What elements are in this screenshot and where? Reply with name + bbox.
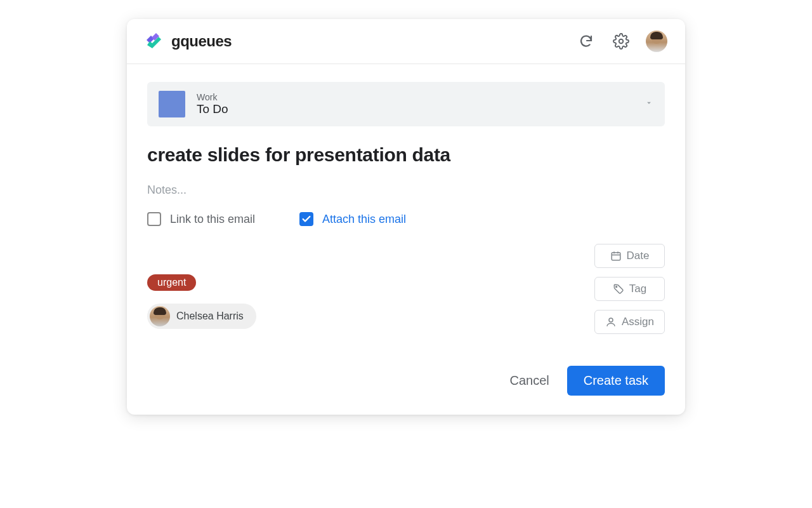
link-email-label: Link to this email <box>170 213 255 226</box>
notes-input[interactable]: Notes... <box>147 184 665 197</box>
assignee-chip[interactable]: Chelsea Harris <box>147 304 256 329</box>
create-task-button[interactable]: Create task <box>567 366 665 396</box>
person-icon <box>605 316 617 328</box>
cancel-button[interactable]: Cancel <box>509 373 549 388</box>
queue-selector[interactable]: Work To Do <box>147 82 665 126</box>
refresh-icon <box>579 34 594 49</box>
tag-button-label: Tag <box>629 283 646 295</box>
queue-name: To Do <box>197 102 228 116</box>
dialog-body: Work To Do create slides for presentatio… <box>127 64 685 347</box>
date-button[interactable]: Date <box>594 244 665 268</box>
svg-point-5 <box>615 286 617 288</box>
link-email-option[interactable]: Link to this email <box>147 212 255 226</box>
assign-button[interactable]: Assign <box>594 310 665 334</box>
queue-color-swatch <box>159 91 185 117</box>
svg-point-6 <box>609 318 613 322</box>
meta-row: urgent Chelsea Harris Date Tag Assign <box>147 244 665 334</box>
tag-button[interactable]: Tag <box>594 277 665 301</box>
app-logo: gqueues <box>145 31 232 51</box>
meta-right: Date Tag Assign <box>594 244 665 334</box>
settings-button[interactable] <box>610 30 632 52</box>
calendar-icon <box>610 250 622 262</box>
email-options: Link to this email Attach this email <box>147 212 665 226</box>
date-button-label: Date <box>627 250 650 262</box>
tag-chip-urgent[interactable]: urgent <box>147 274 196 291</box>
attach-email-option[interactable]: Attach this email <box>299 212 406 226</box>
logo-mark-icon <box>145 31 165 51</box>
assignee-name: Chelsea Harris <box>176 311 244 322</box>
header-actions <box>576 30 667 52</box>
gear-icon <box>613 33 629 50</box>
queue-category: Work <box>197 92 228 102</box>
svg-point-0 <box>619 39 624 44</box>
task-title-input[interactable]: create slides for presentation data <box>147 144 665 166</box>
app-name: gqueues <box>171 32 232 50</box>
assignee-avatar-icon <box>150 306 170 326</box>
refresh-button[interactable] <box>576 31 596 51</box>
user-avatar[interactable] <box>646 30 667 52</box>
attach-email-label: Attach this email <box>322 213 406 226</box>
create-task-dialog: gqueues Work To Do <box>127 19 685 415</box>
meta-left: urgent Chelsea Harris <box>147 244 256 329</box>
chevron-down-icon <box>645 98 653 110</box>
svg-rect-1 <box>612 253 620 260</box>
checkbox-checked-icon <box>299 212 313 226</box>
queue-text: Work To Do <box>197 92 228 116</box>
checkbox-unchecked-icon <box>147 212 161 226</box>
assign-button-label: Assign <box>622 316 654 328</box>
tag-icon <box>613 283 624 295</box>
dialog-footer: Cancel Create task <box>127 347 685 415</box>
dialog-header: gqueues <box>127 19 685 64</box>
